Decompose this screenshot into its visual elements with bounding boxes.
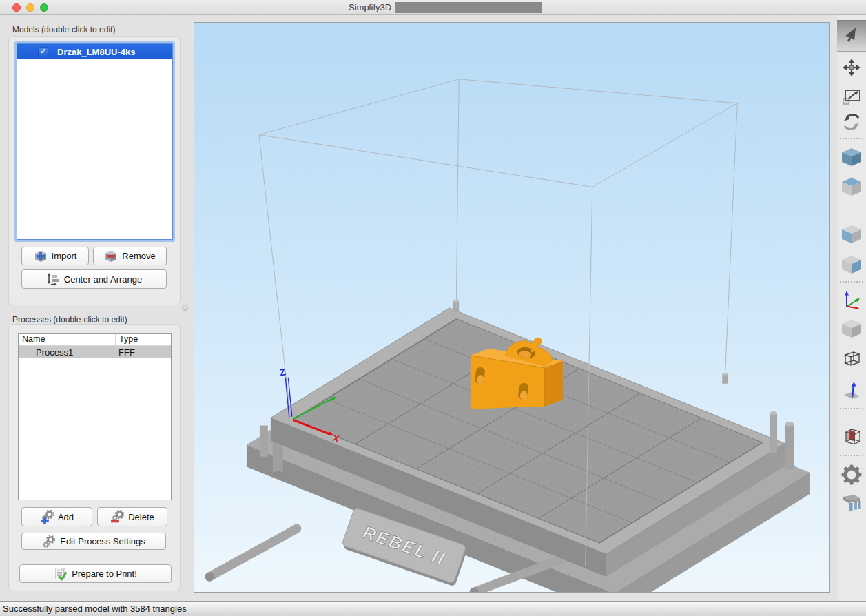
normal-arrow-icon <box>841 379 862 400</box>
panel-splitter-handle[interactable] <box>182 305 188 311</box>
cube-blue-icon <box>839 145 864 170</box>
select-tool-button[interactable] <box>837 20 866 52</box>
model-visibility-checkbox[interactable] <box>38 47 48 57</box>
viewport-3d[interactable]: REBEL II Z X <box>194 22 830 593</box>
zoom-button[interactable] <box>40 3 48 12</box>
toolbar-divider <box>840 455 863 456</box>
scale-tool-button[interactable] <box>837 82 866 110</box>
cube-gray-icon <box>839 316 864 341</box>
supports-button[interactable] <box>837 489 866 517</box>
translate-tool-button[interactable] <box>837 54 866 81</box>
solid-view-button[interactable] <box>837 315 866 342</box>
processes-table-header: Name Type <box>19 334 171 346</box>
edit-gears-icon <box>42 535 56 548</box>
front-view-button[interactable] <box>837 220 866 248</box>
wireframe-cube-icon <box>841 349 862 369</box>
wireframe-view-button[interactable] <box>837 345 866 373</box>
processes-table[interactable]: Name Type Process1 FFF <box>18 333 172 500</box>
add-gear-icon <box>40 510 54 524</box>
model-name-label: Drzak_LM8UU-4ks <box>57 47 135 57</box>
add-process-button[interactable]: Add <box>21 507 92 526</box>
rotate-tool-button[interactable] <box>837 108 866 136</box>
processes-panel-label: Processes (double-click to edit) <box>12 315 127 325</box>
import-button[interactable]: Import <box>21 247 89 265</box>
machine-settings-button[interactable] <box>837 461 866 489</box>
toggle-axes-button[interactable] <box>837 285 866 313</box>
model-list-item[interactable]: Drzak_LM8UU-4ks <box>17 44 172 59</box>
toolbar-divider <box>840 408 863 409</box>
column-header-type: Type <box>115 334 171 345</box>
processes-panel: Name Type Process1 FFF Add Delete <box>8 324 181 591</box>
column-header-name: Name <box>19 334 115 345</box>
cursor-icon <box>841 25 862 46</box>
toolbar-divider <box>840 281 863 283</box>
models-panel-label: Models (double-click to edit) <box>12 25 115 34</box>
top-view-button[interactable] <box>837 173 866 201</box>
view-toolbar <box>837 15 866 601</box>
process-row[interactable]: Process1 FFF <box>19 346 171 358</box>
cube-side-face-icon <box>839 252 864 277</box>
cross-section-icon <box>841 427 862 447</box>
remove-button[interactable]: Remove <box>93 247 167 265</box>
move-arrows-icon <box>841 57 862 78</box>
xyz-axes-icon <box>841 289 862 309</box>
center-arrange-icon <box>46 272 60 286</box>
prepare-print-icon <box>54 567 68 581</box>
remove-cube-icon <box>104 249 118 263</box>
models-list[interactable]: Drzak_LM8UU-4ks <box>17 43 173 240</box>
titlebar: Simplify3D <box>0 0 866 15</box>
toolbar-divider <box>840 138 863 139</box>
status-bar: Successfully parsed model with 3584 tria… <box>0 601 866 616</box>
delete-gear-icon <box>110 510 124 524</box>
window-title: Simplify3D <box>349 2 391 12</box>
side-view-button[interactable] <box>837 251 866 278</box>
redacted-title-block <box>395 2 542 13</box>
center-and-arrange-button[interactable]: Center and Arrange <box>21 269 167 289</box>
rotate-icon <box>841 112 862 132</box>
scale-icon <box>841 85 862 106</box>
status-message: Successfully parsed model with 3584 tria… <box>3 604 187 614</box>
surface-normal-button[interactable] <box>837 376 866 403</box>
default-view-button[interactable] <box>837 143 866 171</box>
edit-process-settings-button[interactable]: Edit Process Settings <box>21 533 166 550</box>
supports-icon <box>841 493 862 513</box>
cube-top-face-icon <box>839 174 864 199</box>
minimize-button[interactable] <box>26 3 34 12</box>
gear-icon <box>841 464 862 485</box>
models-panel: Drzak_LM8UU-4ks Import Remove <box>8 36 181 305</box>
import-cube-icon <box>34 249 48 263</box>
prepare-to-print-button[interactable]: Prepare to Print! <box>19 564 172 583</box>
cube-front-face-icon <box>839 222 864 247</box>
close-button[interactable] <box>12 3 21 12</box>
cross-section-button[interactable] <box>837 423 866 451</box>
delete-process-button[interactable]: Delete <box>97 507 167 526</box>
